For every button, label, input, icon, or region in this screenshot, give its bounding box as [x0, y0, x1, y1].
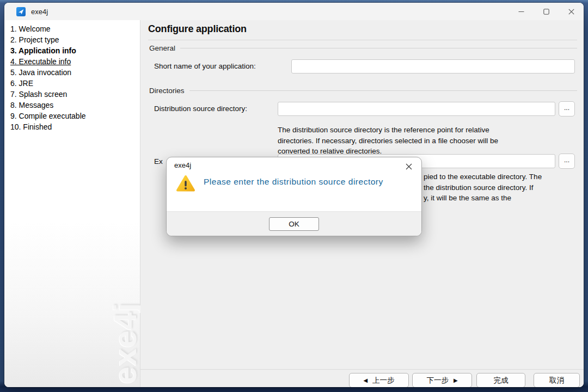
sidebar-step-executable-info[interactable]: 4. Executable info	[10, 56, 140, 67]
dialog-close-icon[interactable]	[403, 161, 415, 173]
left-arrow-icon: ◀	[363, 377, 367, 383]
executable-directory-label: Ex	[154, 157, 163, 166]
next-step-button[interactable]: 下一步 ▶	[412, 373, 472, 387]
sidebar-step-application-info[interactable]: 3. Application info	[10, 45, 140, 56]
dialog-title: exe4j	[174, 161, 191, 169]
sidebar-step-splash-screen[interactable]: 7. Splash screen	[10, 89, 140, 100]
maximize-icon[interactable]	[534, 3, 559, 20]
directories-section-label: Directories	[149, 87, 577, 95]
right-arrow-icon: ▶	[454, 377, 458, 383]
finish-button[interactable]: 完成	[476, 373, 525, 387]
short-name-label: Short name of your application:	[154, 62, 256, 70]
wizard-steps-sidebar: 1. Welcome 2. Project type 3. Applicatio…	[4, 20, 140, 387]
title-divider	[148, 40, 577, 40]
executable-help-text: pied to the executable directory. The th…	[424, 171, 542, 204]
sidebar-step-project-type[interactable]: 2. Project type	[10, 34, 140, 45]
general-section-label: General	[149, 44, 577, 52]
sidebar-step-jre[interactable]: 6. JRE	[10, 78, 140, 89]
footer-divider	[140, 369, 584, 370]
title-bar: exe4j	[4, 3, 584, 20]
dialog-message: Please enter the distribution source dir…	[204, 175, 383, 188]
ok-button[interactable]: OK	[269, 217, 319, 231]
exe4j-app-icon	[16, 7, 26, 16]
sidebar-step-finished[interactable]: 10. Finished	[10, 121, 140, 132]
exe4j-watermark: exe4j	[107, 302, 143, 384]
warning-dialog: exe4j Please enter the distribution sour…	[166, 157, 422, 236]
close-icon[interactable]	[559, 3, 584, 20]
distribution-source-directory-label: Distribution source directory:	[154, 105, 247, 113]
minimize-icon[interactable]	[509, 3, 534, 20]
distribution-source-directory-input[interactable]	[278, 102, 555, 116]
wizard-step-list: 1. Welcome 2. Project type 3. Applicatio…	[4, 23, 140, 132]
sidebar-step-welcome[interactable]: 1. Welcome	[10, 23, 140, 34]
sidebar-step-compile-executable[interactable]: 9. Compile executable	[10, 111, 140, 121]
window-title: exe4j	[31, 8, 48, 16]
warning-icon	[176, 175, 195, 195]
distribution-help-text: The distribution source directory is the…	[278, 125, 498, 157]
page-title: Configure application	[148, 23, 247, 35]
sidebar-step-java-invocation[interactable]: 5. Java invocation	[10, 67, 140, 78]
distribution-browse-button[interactable]: ...	[559, 101, 575, 117]
sidebar-step-messages[interactable]: 8. Messages	[10, 100, 140, 111]
executable-browse-button[interactable]: ...	[559, 154, 575, 169]
previous-step-button[interactable]: ◀ 上一步	[349, 373, 409, 387]
short-name-input[interactable]	[291, 59, 575, 74]
dialog-footer: OK	[167, 211, 421, 236]
cancel-button[interactable]: 取消	[534, 373, 580, 387]
